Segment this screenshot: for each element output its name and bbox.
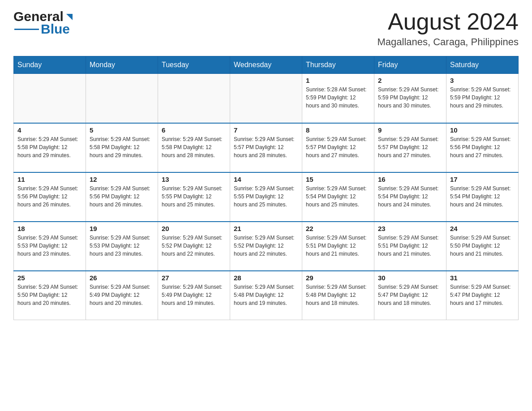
day-info: Sunrise: 5:29 AM Sunset: 5:52 PM Dayligh… xyxy=(234,234,298,258)
day-number: 5 xyxy=(90,126,154,134)
day-number: 8 xyxy=(306,126,370,134)
calendar-week-row: 25Sunrise: 5:29 AM Sunset: 5:50 PM Dayli… xyxy=(14,271,519,320)
calendar-cell: 25Sunrise: 5:29 AM Sunset: 5:50 PM Dayli… xyxy=(14,271,86,320)
day-info: Sunrise: 5:29 AM Sunset: 5:51 PM Dayligh… xyxy=(306,234,370,258)
calendar-cell: 24Sunrise: 5:29 AM Sunset: 5:50 PM Dayli… xyxy=(446,222,519,271)
day-info: Sunrise: 5:29 AM Sunset: 5:54 PM Dayligh… xyxy=(306,184,370,209)
header-right: August 2024 Magallanes, Caraga, Philippi… xyxy=(377,9,519,48)
day-info: Sunrise: 5:29 AM Sunset: 5:54 PM Dayligh… xyxy=(378,184,442,209)
day-info: Sunrise: 5:29 AM Sunset: 5:57 PM Dayligh… xyxy=(234,135,298,159)
day-info: Sunrise: 5:29 AM Sunset: 5:48 PM Dayligh… xyxy=(306,283,370,307)
calendar-cell: 21Sunrise: 5:29 AM Sunset: 5:52 PM Dayli… xyxy=(230,222,302,271)
calendar-cell: 31Sunrise: 5:29 AM Sunset: 5:47 PM Dayli… xyxy=(446,271,519,320)
calendar-cell: 6Sunrise: 5:29 AM Sunset: 5:58 PM Daylig… xyxy=(158,123,230,172)
calendar-header-row: SundayMondayTuesdayWednesdayThursdayFrid… xyxy=(14,56,519,74)
day-number: 16 xyxy=(378,176,442,183)
day-info: Sunrise: 5:29 AM Sunset: 5:59 PM Dayligh… xyxy=(378,86,442,110)
calendar-cell: 27Sunrise: 5:29 AM Sunset: 5:49 PM Dayli… xyxy=(158,271,230,320)
day-number: 26 xyxy=(90,274,154,282)
calendar-cell: 29Sunrise: 5:29 AM Sunset: 5:48 PM Dayli… xyxy=(302,271,374,320)
day-info: Sunrise: 5:29 AM Sunset: 5:50 PM Dayligh… xyxy=(450,234,515,258)
month-title: August 2024 xyxy=(377,9,519,34)
day-number: 28 xyxy=(234,274,298,282)
day-number: 7 xyxy=(234,126,298,134)
calendar-header-friday: Friday xyxy=(374,56,446,74)
day-number: 30 xyxy=(378,274,442,282)
day-number: 3 xyxy=(450,77,515,84)
calendar-week-row: 4Sunrise: 5:29 AM Sunset: 5:58 PM Daylig… xyxy=(14,123,519,172)
day-info: Sunrise: 5:29 AM Sunset: 5:57 PM Dayligh… xyxy=(378,135,442,159)
calendar-cell: 20Sunrise: 5:29 AM Sunset: 5:52 PM Dayli… xyxy=(158,222,230,271)
day-number: 23 xyxy=(378,225,442,232)
logo-triangle-icon xyxy=(64,12,74,22)
svg-marker-0 xyxy=(66,14,73,20)
day-number: 31 xyxy=(450,274,515,282)
day-number: 15 xyxy=(306,176,370,183)
calendar-cell: 12Sunrise: 5:29 AM Sunset: 5:56 PM Dayli… xyxy=(86,172,158,222)
day-number: 14 xyxy=(234,176,298,183)
day-info: Sunrise: 5:29 AM Sunset: 5:50 PM Dayligh… xyxy=(17,283,82,307)
day-info: Sunrise: 5:29 AM Sunset: 5:49 PM Dayligh… xyxy=(90,283,154,307)
calendar-cell: 22Sunrise: 5:29 AM Sunset: 5:51 PM Dayli… xyxy=(302,222,374,271)
day-info: Sunrise: 5:29 AM Sunset: 5:55 PM Dayligh… xyxy=(234,184,298,209)
day-number: 10 xyxy=(450,126,515,134)
calendar-header-monday: Monday xyxy=(86,56,158,74)
day-number: 22 xyxy=(306,225,370,232)
calendar-cell: 1Sunrise: 5:28 AM Sunset: 5:59 PM Daylig… xyxy=(302,74,374,123)
calendar-cell: 10Sunrise: 5:29 AM Sunset: 5:56 PM Dayli… xyxy=(446,123,519,172)
day-number: 6 xyxy=(162,126,226,134)
calendar-cell: 17Sunrise: 5:29 AM Sunset: 5:54 PM Dayli… xyxy=(446,172,519,222)
calendar-header-saturday: Saturday xyxy=(446,56,519,74)
day-info: Sunrise: 5:29 AM Sunset: 5:58 PM Dayligh… xyxy=(17,135,82,159)
day-info: Sunrise: 5:29 AM Sunset: 5:51 PM Dayligh… xyxy=(378,234,442,258)
page-header: General Blue August 2024 Magallanes, Car… xyxy=(13,9,519,48)
logo: General Blue xyxy=(13,9,74,37)
day-number: 17 xyxy=(450,176,515,183)
calendar-header-wednesday: Wednesday xyxy=(230,56,302,74)
day-number: 12 xyxy=(90,176,154,183)
calendar-cell: 13Sunrise: 5:29 AM Sunset: 5:55 PM Dayli… xyxy=(158,172,230,222)
day-info: Sunrise: 5:29 AM Sunset: 5:58 PM Dayligh… xyxy=(162,135,226,159)
calendar-cell: 11Sunrise: 5:29 AM Sunset: 5:56 PM Dayli… xyxy=(14,172,86,222)
calendar-cell: 16Sunrise: 5:29 AM Sunset: 5:54 PM Dayli… xyxy=(374,172,446,222)
calendar-cell: 3Sunrise: 5:29 AM Sunset: 5:59 PM Daylig… xyxy=(446,74,519,123)
day-info: Sunrise: 5:29 AM Sunset: 5:53 PM Dayligh… xyxy=(17,234,82,258)
day-info: Sunrise: 5:29 AM Sunset: 5:47 PM Dayligh… xyxy=(378,283,442,307)
day-number: 11 xyxy=(17,176,82,183)
calendar-cell: 4Sunrise: 5:29 AM Sunset: 5:58 PM Daylig… xyxy=(14,123,86,172)
day-info: Sunrise: 5:28 AM Sunset: 5:59 PM Dayligh… xyxy=(306,86,370,110)
calendar-cell: 5Sunrise: 5:29 AM Sunset: 5:58 PM Daylig… xyxy=(86,123,158,172)
day-number: 29 xyxy=(306,274,370,282)
calendar-cell: 28Sunrise: 5:29 AM Sunset: 5:48 PM Dayli… xyxy=(230,271,302,320)
day-number: 9 xyxy=(378,126,442,134)
calendar-cell xyxy=(14,74,86,123)
calendar-week-row: 1Sunrise: 5:28 AM Sunset: 5:59 PM Daylig… xyxy=(14,74,519,123)
calendar-cell: 9Sunrise: 5:29 AM Sunset: 5:57 PM Daylig… xyxy=(374,123,446,172)
calendar-table: SundayMondayTuesdayWednesdayThursdayFrid… xyxy=(13,56,519,320)
day-number: 24 xyxy=(450,225,515,232)
logo-blue-text: Blue xyxy=(41,21,70,37)
day-number: 20 xyxy=(162,225,226,232)
calendar-cell xyxy=(230,74,302,123)
day-number: 1 xyxy=(306,77,370,84)
calendar-cell: 15Sunrise: 5:29 AM Sunset: 5:54 PM Dayli… xyxy=(302,172,374,222)
day-info: Sunrise: 5:29 AM Sunset: 5:56 PM Dayligh… xyxy=(17,184,82,209)
day-info: Sunrise: 5:29 AM Sunset: 5:53 PM Dayligh… xyxy=(90,234,154,258)
calendar-week-row: 18Sunrise: 5:29 AM Sunset: 5:53 PM Dayli… xyxy=(14,222,519,271)
calendar-header-tuesday: Tuesday xyxy=(158,56,230,74)
calendar-week-row: 11Sunrise: 5:29 AM Sunset: 5:56 PM Dayli… xyxy=(14,172,519,222)
calendar-cell xyxy=(158,74,230,123)
calendar-cell xyxy=(86,74,158,123)
day-info: Sunrise: 5:29 AM Sunset: 5:58 PM Dayligh… xyxy=(90,135,154,159)
calendar-header-sunday: Sunday xyxy=(14,56,86,74)
calendar-cell: 26Sunrise: 5:29 AM Sunset: 5:49 PM Dayli… xyxy=(86,271,158,320)
calendar-cell: 7Sunrise: 5:29 AM Sunset: 5:57 PM Daylig… xyxy=(230,123,302,172)
day-number: 27 xyxy=(162,274,226,282)
day-info: Sunrise: 5:29 AM Sunset: 5:57 PM Dayligh… xyxy=(306,135,370,159)
calendar-cell: 2Sunrise: 5:29 AM Sunset: 5:59 PM Daylig… xyxy=(374,74,446,123)
day-number: 19 xyxy=(90,225,154,232)
day-info: Sunrise: 5:29 AM Sunset: 5:56 PM Dayligh… xyxy=(450,135,515,159)
day-number: 4 xyxy=(17,126,82,134)
location-title: Magallanes, Caraga, Philippines xyxy=(377,36,519,48)
calendar-cell: 19Sunrise: 5:29 AM Sunset: 5:53 PM Dayli… xyxy=(86,222,158,271)
